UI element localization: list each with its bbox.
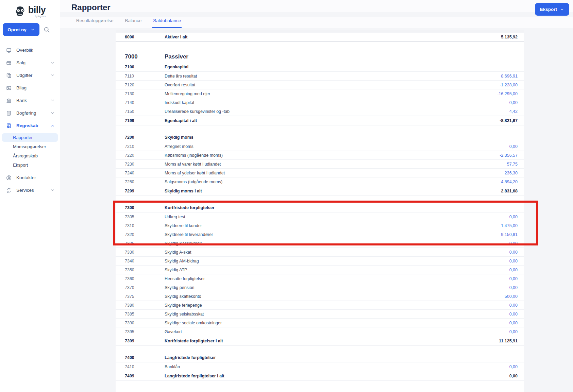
account-value[interactable]: -16.295,00 [210, 91, 524, 96]
table-row[interactable]: 7395Gavekort0,00 [116, 327, 524, 336]
table-row[interactable]: 7110Dette års resultat8.696,91 [116, 72, 524, 81]
account-name: Moms af ydelser købt i udlandet [165, 171, 225, 175]
account-value[interactable]: 0,00 [191, 250, 524, 255]
account-name: Indskudt kapital [165, 100, 194, 105]
account-value[interactable]: 0,00 [187, 268, 524, 272]
table-row[interactable]: 7330Skyldig A-skat0,00 [116, 248, 524, 257]
monitor-icon [6, 48, 12, 53]
chevron-down-icon [31, 28, 35, 32]
account-value[interactable]: 0,00 [199, 259, 524, 263]
table-row[interactable]: 7305Udlæg test0,00 [116, 212, 524, 221]
sidebar-item-regnskab[interactable]: Regnskab [0, 119, 60, 132]
account-number: 7300 [116, 205, 165, 210]
account-value[interactable]: 0,00 [194, 100, 524, 105]
account-number: 7310 [116, 223, 165, 228]
table-row[interactable]: 7410Banklån0,00 [116, 362, 524, 371]
create-new-button[interactable]: Opret ny [3, 23, 39, 36]
sidebar-item-salg[interactable]: Salg [0, 56, 60, 69]
account-value[interactable]: 500,00 [201, 294, 524, 299]
sidebar-item-eksport[interactable]: Eksport [2, 161, 58, 169]
account-name: Skyldig selskabsskat [165, 312, 204, 317]
table-row[interactable]: 7220Købsmoms (indgående moms)-2.356,57 [116, 151, 524, 160]
table-row[interactable]: 7350Skyldig ATP0,00 [116, 266, 524, 274]
account-number: 7150 [116, 109, 165, 114]
sidebar-item-label: Salg [16, 60, 26, 65]
account-value[interactable]: 0,00 [204, 312, 524, 317]
account-value[interactable]: 0,00 [180, 364, 524, 369]
export-button[interactable]: Eksport [535, 3, 569, 16]
search-icon[interactable] [44, 27, 50, 33]
table-row[interactable]: 7375Skyldig skattekonto500,00 [116, 292, 524, 301]
sidebar-item-bogføring[interactable]: Bogføring [0, 107, 60, 119]
sidebar-subnav: RapporterMomsopgørelserÅrsregnskabEkspor… [0, 132, 60, 171]
table-row[interactable]: 7325Skyldig Kassekredit0,00 [116, 239, 524, 248]
sidebar-item-services[interactable]: Services [0, 184, 60, 197]
table-row[interactable]: 7380Skyldige feriepenge0,00 [116, 301, 524, 310]
account-value[interactable]: 0,00 [195, 285, 524, 290]
table-row[interactable]: 7250Salgsmoms (udgående moms)4.894,20 [116, 177, 524, 186]
tab-resultatopgørelse[interactable]: Resultatopgørelse [75, 17, 114, 28]
table-row[interactable]: 7385Skyldig selskabsskat0,00 [116, 310, 524, 319]
sidebar-item-label: Udgifter [16, 73, 32, 78]
account-number: 6000 [116, 35, 165, 39]
table-row[interactable]: 7140Indskudt kapital0,00 [116, 98, 524, 107]
sidebar-item-overblik[interactable]: Overblik [0, 44, 60, 56]
account-number: 7330 [116, 250, 165, 255]
account-value[interactable]: 0,00 [202, 303, 524, 308]
account-name: Egenkapital i alt [165, 118, 197, 123]
table-row[interactable]: 7340Skyldig AM-bidrag0,00 [116, 257, 524, 266]
account-name: Skyldig ATP [165, 268, 187, 272]
table-row[interactable]: 7360Hensatte forpligtelser0,00 [116, 274, 524, 283]
table-row[interactable]: 7390Skyldige sociale omkostninger0,00 [116, 319, 524, 327]
page-title: Rapporter [71, 3, 573, 12]
table-row: 7000Passiver [116, 51, 524, 63]
sidebar-item-bank[interactable]: Bank [0, 94, 60, 107]
account-value[interactable]: 9.150,91 [213, 232, 524, 237]
table-row: 7399Kortfristede forpligtelser i alt11.1… [116, 336, 524, 346]
table-row[interactable]: 7240Moms af ydelser købt i udlandet236,3… [116, 169, 524, 177]
account-value[interactable]: 0,00 [193, 144, 524, 149]
sidebar-item-årsregnskab[interactable]: Årsregnskab [2, 152, 58, 160]
create-new-label: Opret ny [7, 27, 27, 32]
sidebar-item-label: Overblik [16, 48, 33, 53]
account-value[interactable]: 57,75 [221, 162, 524, 167]
account-value[interactable]: 0,00 [222, 321, 524, 325]
sidebar-item-bilag[interactable]: Bilag [0, 82, 60, 94]
account-value[interactable]: 4,42 [230, 109, 524, 114]
account-value[interactable]: -2.356,57 [223, 153, 524, 158]
account-value[interactable]: 0,00 [182, 329, 524, 334]
tab-saldobalance[interactable]: Saldobalance [152, 17, 182, 28]
sidebar-item-udgifter[interactable]: Udgifter [0, 69, 60, 82]
account-value[interactable]: 0,00 [185, 215, 524, 219]
table-row[interactable]: 7150Urealiserede kursgevinster og -tab4,… [116, 107, 524, 116]
table-row[interactable]: 7130Mellemregning med ejer-16.295,00 [116, 89, 524, 98]
account-value[interactable]: 4.894,20 [222, 180, 524, 184]
sidebar-item-label: Regnskab [16, 123, 38, 128]
table-row[interactable]: 7120Overført resultat-1.228,00 [116, 81, 524, 89]
table-row[interactable]: 7320Skyldnere til leverandører9.150,91 [116, 230, 524, 239]
account-value[interactable]: 236,30 [225, 171, 524, 175]
sidebar-item-momsopgørelser[interactable]: Momsopgørelser [2, 142, 58, 151]
account-value[interactable]: 0,00 [202, 241, 524, 246]
table-row[interactable]: 7370Skyldig pension0,00 [116, 283, 524, 292]
billy-logo: billy by Ageras [0, 0, 60, 19]
table-row[interactable]: 7310Skyldnere til kunder1.475,00 [116, 221, 524, 230]
account-number: 7360 [116, 276, 165, 281]
account-value[interactable]: 8.696,91 [197, 74, 524, 79]
account-value[interactable]: -1.228,00 [195, 83, 524, 87]
tab-balance[interactable]: Balance [124, 17, 142, 28]
account-name: Skyldig pension [165, 285, 195, 290]
table-row[interactable]: 7230Moms af varer købt i udlandet57,75 [116, 160, 524, 169]
table-row[interactable]: 7210Afregnet moms0,00 [116, 142, 524, 151]
main-area: Rapporter Eksport ResultatopgørelseBalan… [60, 0, 573, 392]
account-number: 7390 [116, 321, 165, 325]
sidebar: billy by Ageras Opret ny OverblikSalgUdg… [0, 0, 60, 392]
sidebar-item-kontakter[interactable]: Kontakter [0, 171, 60, 184]
account-value: -8.821,67 [197, 118, 524, 123]
account-value[interactable]: 1.475,00 [202, 223, 524, 228]
account-name: Købsmoms (indgående moms) [165, 153, 223, 158]
sidebar-item-rapporter[interactable]: Rapporter [2, 133, 58, 142]
account-name: Skyldig A-skat [165, 250, 191, 255]
account-number: 7210 [116, 144, 165, 149]
account-value[interactable]: 0,00 [205, 276, 524, 281]
